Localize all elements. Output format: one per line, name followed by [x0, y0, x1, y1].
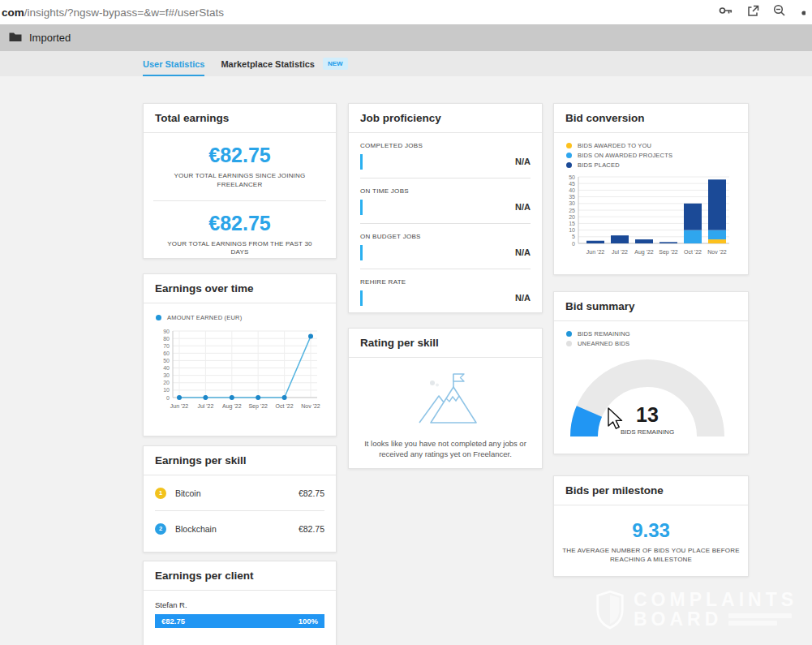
skill-row-bitcoin[interactable]: 1 Bitcoin €82.75 — [155, 475, 324, 511]
jp-label: REHIRE RATE — [360, 269, 531, 286]
open-in-new-icon[interactable] — [747, 5, 759, 20]
svg-text:60: 60 — [163, 350, 170, 356]
svg-text:Aug '22: Aug '22 — [634, 249, 654, 256]
svg-text:40: 40 — [163, 365, 170, 371]
tab-marketplace-statistics[interactable]: Marketplace Statistics — [221, 51, 315, 76]
card-title-earnings-over-time: Earnings over time — [144, 274, 336, 303]
client-name: Stefan R. — [155, 600, 324, 609]
card-title-bid-summary: Bid summary — [554, 292, 748, 321]
job-proficiency-row-completed-jobs: COMPLETED JOBS N/A — [360, 133, 531, 178]
card-title-earnings-per-skill: Earnings per skill — [144, 446, 336, 475]
svg-text:Jul '22: Jul '22 — [612, 249, 628, 255]
gauge-legend-unearned-bids: UNEARNED BIDS — [566, 340, 748, 347]
svg-text:10: 10 — [163, 387, 170, 393]
watermark-line2: BOARD — [634, 609, 722, 629]
card-earnings-per-client: Earnings per client Stefan R. €82.75 100… — [143, 561, 337, 645]
svg-text:40: 40 — [569, 187, 575, 193]
page: com/insights/?ngsw-bypass=&w=f#/userStat… — [0, 0, 812, 645]
svg-text:50: 50 — [569, 174, 575, 180]
jp-progress-tick — [360, 245, 363, 260]
browser-url-bar[interactable]: com/insights/?ngsw-bypass=&w=f#/userStat… — [0, 0, 812, 25]
bookmark-folder-imported[interactable]: Imported — [9, 31, 71, 45]
jp-progress-tick — [360, 290, 363, 306]
svg-text:13: 13 — [636, 403, 659, 426]
jp-label: ON TIME JOBS — [360, 178, 531, 195]
tab-user-statistics[interactable]: User Statistics — [143, 51, 204, 76]
tab-marketplace-statistics-label: Marketplace Statistics — [221, 59, 315, 69]
svg-text:Oct '22: Oct '22 — [684, 249, 702, 255]
watermark-line1: COMPLAINTS — [634, 590, 797, 609]
jp-label: ON BUDGET JOBS — [360, 224, 531, 240]
svg-text:10: 10 — [569, 227, 575, 233]
legend-dot-icon — [156, 315, 161, 320]
folder-icon — [9, 31, 22, 45]
svg-text:80: 80 — [163, 336, 170, 342]
legend-label: AMOUNT EARNED (EUR) — [167, 314, 242, 321]
jp-progress-bar: N/A — [360, 149, 531, 174]
client-earnings-bar: €82.75 100% — [155, 614, 324, 628]
zoom-out-icon[interactable] — [773, 4, 786, 20]
svg-text:30: 30 — [163, 372, 170, 378]
mountain-flag-icon — [408, 371, 483, 428]
card-total-earnings: Total earnings €82.75 YOUR TOTAL EARNING… — [143, 103, 337, 259]
bid-conversion-chart: 05101520253035404550Jun '22Jul '22Aug '2… — [562, 172, 735, 263]
gauge-legend-bids-remaining: BIDS REMAINING — [566, 330, 748, 338]
line-chart-legend: AMOUNT EARNED (EUR) — [156, 314, 336, 321]
svg-text:35: 35 — [569, 194, 575, 200]
rank-1-icon: 1 — [155, 488, 166, 499]
svg-text:20: 20 — [569, 214, 575, 220]
client-earnings-percent: 100% — [299, 617, 318, 626]
svg-text:Jun '22: Jun '22 — [170, 403, 188, 409]
bookmarks-bar: Imported — [0, 24, 812, 51]
card-bid-conversion: Bid conversion BIDS AWARDED TO YOUBIDS O… — [553, 103, 749, 275]
bar-chart-legend: BIDS AWARDED TO YOUBIDS ON AWARDED PROJE… — [554, 142, 748, 169]
card-title-job-proficiency: Job proficiency — [349, 104, 542, 133]
svg-text:BIDS REMAINING: BIDS REMAINING — [621, 428, 674, 436]
jp-label: COMPLETED JOBS — [360, 133, 531, 149]
bar-legend-entry: BIDS AWARDED TO YOU — [566, 142, 748, 149]
card-title-rating-per-skill: Rating per skill — [349, 329, 542, 358]
jp-progress-bar: N/A — [360, 240, 531, 264]
url-path: /insights/?ngsw-bypass=&w=f#/userStats — [24, 6, 224, 19]
partial-icon[interactable] — [800, 5, 806, 19]
svg-text:25: 25 — [569, 208, 575, 213]
client-earnings-value: €82.75 — [161, 617, 185, 626]
bid-summary-gauge: 13BIDS REMAINING — [562, 350, 735, 441]
url-domain: com — [2, 6, 24, 19]
svg-text:30: 30 — [569, 200, 575, 206]
bids-per-milestone-caption: THE AVERAGE NUMBER OF BIDS YOU PLACE BEF… — [562, 547, 741, 565]
job-proficiency-row-on-budget-jobs: ON BUDGET JOBS N/A — [360, 224, 531, 269]
jp-value: N/A — [515, 154, 531, 170]
active-tab-underline — [143, 75, 204, 76]
legend-label: BIDS REMAINING — [578, 330, 630, 338]
svg-text:50: 50 — [163, 358, 170, 363]
rating-empty-state-text: It looks like you have not completed any… — [360, 438, 530, 460]
legend-dot-icon — [566, 143, 572, 148]
card-bid-summary: Bid summary BIDS REMAINING UNEARNED BIDS… — [553, 291, 749, 454]
card-title-bid-conversion: Bid conversion — [554, 104, 748, 133]
svg-text:5: 5 — [572, 234, 575, 239]
svg-text:Jul '22: Jul '22 — [197, 403, 213, 409]
card-earnings-over-time: Earnings over time AMOUNT EARNED (EUR) 0… — [143, 273, 337, 436]
legend-dot-icon — [566, 162, 572, 168]
url-text[interactable]: com/insights/?ngsw-bypass=&w=f#/userStat… — [2, 6, 224, 19]
svg-text:90: 90 — [163, 329, 170, 334]
skill-value: €82.75 — [299, 524, 324, 534]
total-earnings-past30-caption: YOUR TOTAL EARNINGS FROM THE PAST 30 DAY… — [158, 240, 321, 258]
mouse-cursor — [607, 407, 625, 430]
watermark-tagline — [728, 613, 792, 626]
svg-text:15: 15 — [569, 221, 575, 226]
svg-text:70: 70 — [163, 343, 170, 349]
rank-2-icon: 2 — [155, 523, 166, 535]
legend-dot-icon — [566, 341, 572, 346]
card-title-earnings-per-client: Earnings per client — [144, 561, 336, 591]
jp-progress-tick — [360, 200, 363, 215]
card-job-proficiency: Job proficiency COMPLETED JOBS N/A ON TI… — [348, 103, 543, 313]
key-icon[interactable] — [719, 5, 733, 19]
complaintsboard-watermark: COMPLAINTS BOARD — [595, 590, 797, 630]
legend-label: BIDS AWARDED TO YOU — [578, 142, 651, 149]
legend-dot-icon — [566, 153, 572, 158]
svg-text:Aug '22: Aug '22 — [222, 403, 242, 410]
skill-row-blockchain[interactable]: 2 Blockchain €82.75 — [155, 511, 324, 546]
svg-text:Sep '22: Sep '22 — [659, 249, 678, 256]
